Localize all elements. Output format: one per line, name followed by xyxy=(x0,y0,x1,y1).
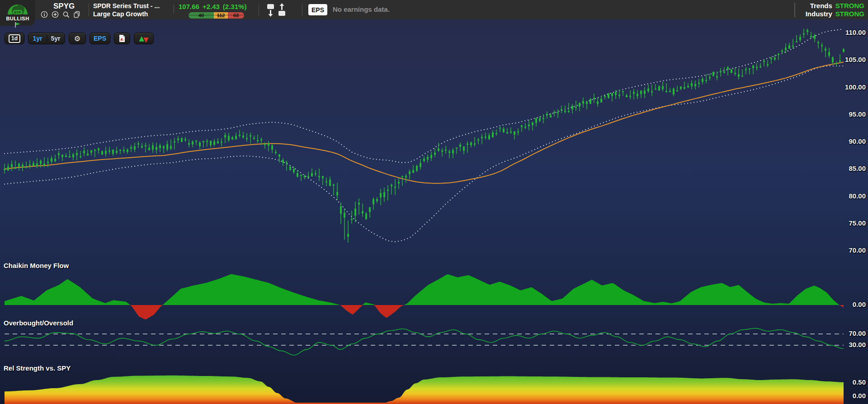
range-5yr-button[interactable]: 5yr xyxy=(47,35,65,42)
pdf-icon xyxy=(118,34,126,42)
rs-panel-title: Rel Strength vs. SPY xyxy=(4,364,71,372)
price-axis-label: 90.00 xyxy=(849,137,866,145)
eps-message: No earnings data. xyxy=(333,5,390,13)
price-axis-label: 95.00 xyxy=(849,110,866,118)
timeframe-1d-button[interactable]: 1d xyxy=(5,33,24,44)
last-price: 107.66 xyxy=(179,3,199,10)
price-axis-label: 100.00 xyxy=(845,83,866,91)
oversold-label: 30.00 xyxy=(849,341,866,348)
chart-background xyxy=(0,19,868,404)
power-range-gauge: 40 112 63 xyxy=(189,12,244,19)
power-gauge-badge[interactable]: ETF BULLISH xyxy=(0,0,35,26)
rating-status: BULLISH xyxy=(0,16,35,21)
price-axis-label: 75.00 xyxy=(849,219,866,227)
security-name: SPDR Series Trust - ... xyxy=(93,2,160,9)
industry-value: STRONG xyxy=(835,10,864,18)
price-axis-label: 70.00 xyxy=(849,246,866,254)
trends-value: STRONG xyxy=(835,2,864,9)
add-icon[interactable] xyxy=(52,11,59,18)
range-toggle-group: 1yr 5yr xyxy=(28,33,65,44)
etf-arch-label: ETF xyxy=(14,10,21,14)
price-axis-label: 105.00 xyxy=(845,56,866,63)
eps-overlay-label: EPS xyxy=(94,35,106,42)
cmf-panel-title: Chaikin Money Flow xyxy=(4,262,69,269)
cmf-zero-label: 0.00 xyxy=(853,301,866,308)
price-divider xyxy=(174,5,174,14)
overbought-label: 70.00 xyxy=(849,329,866,337)
header-divider xyxy=(302,4,302,16)
compare-icon[interactable] xyxy=(266,3,287,17)
rel-strength-area xyxy=(5,376,844,404)
industry-stat: Industry STRONG xyxy=(756,10,864,18)
price-chart[interactable] xyxy=(0,0,868,404)
rs-mid-label: 0.50 xyxy=(853,378,866,386)
price-quote: 107.66+2.43(2.31%) xyxy=(179,3,250,10)
info-icon[interactable] xyxy=(41,11,48,18)
signals-toggle-button[interactable]: ▲ ▼ xyxy=(134,33,154,44)
down-triangle-icon: ▼ xyxy=(143,36,149,44)
gauge-low-segment: 40 xyxy=(189,12,214,19)
range-1yr-button[interactable]: 1yr xyxy=(28,35,46,42)
security-category: Large Cap Growth xyxy=(93,10,148,18)
bull-rating-icon: ETF xyxy=(6,2,29,15)
gauge-high-segment: 63 xyxy=(228,12,244,19)
price-axis-label: 110.00 xyxy=(845,28,866,36)
ticker-symbol: SPYG xyxy=(53,2,75,11)
eps-badge: EPS xyxy=(308,4,327,15)
price-change: +2.43 xyxy=(203,3,220,10)
gauge-mid-segment: 112 xyxy=(214,12,228,19)
copy-icon[interactable] xyxy=(73,11,80,18)
flag-icon xyxy=(14,22,21,28)
trends-stat: Trends STRONG xyxy=(756,2,864,9)
timeframe-1d-label: 1d xyxy=(9,34,20,43)
price-axis-label: 80.00 xyxy=(849,192,866,200)
header-divider xyxy=(259,4,259,16)
rs-zero-label: 0.00 xyxy=(853,392,866,399)
eps-overlay-button[interactable]: EPS xyxy=(90,33,110,44)
header-divider xyxy=(89,4,89,16)
industry-label: Industry xyxy=(806,10,832,18)
obos-panel-title: Overbought/Oversold xyxy=(4,319,73,327)
chart-settings-button[interactable]: ⚙ xyxy=(69,33,86,44)
price-change-pct: (2.31%) xyxy=(223,3,247,10)
trends-label: Trends xyxy=(810,2,832,9)
price-axis-label: 85.00 xyxy=(849,164,866,172)
search-icon[interactable] xyxy=(62,11,70,18)
export-pdf-button[interactable] xyxy=(114,33,130,44)
gear-icon: ⚙ xyxy=(74,34,80,43)
